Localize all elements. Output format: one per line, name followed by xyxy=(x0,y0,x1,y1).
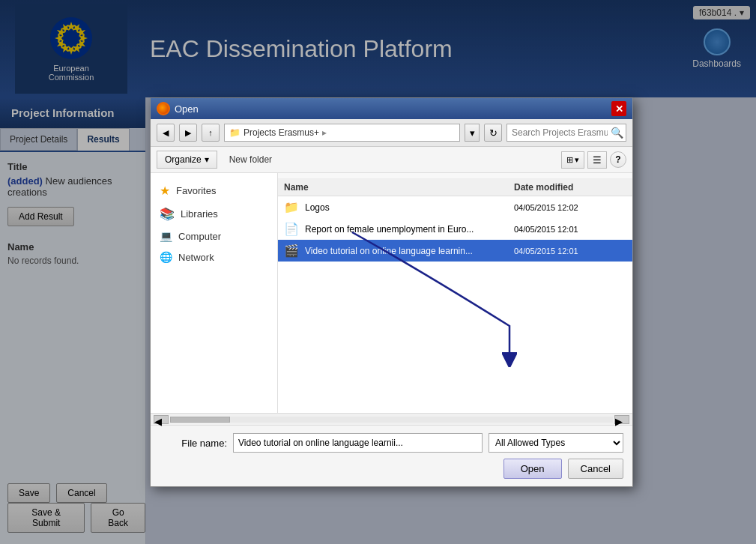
search-container: 🔍 xyxy=(506,124,626,142)
file-item-report[interactable]: 📄 Report on female unemployment in Euro.… xyxy=(278,218,632,240)
favorites-icon: ★ xyxy=(160,184,170,198)
up-button[interactable]: ↑ xyxy=(202,124,220,142)
details-view-button[interactable]: ☰ xyxy=(587,151,607,169)
dialog-bottom: File name: All Allowed Types Open Cancel xyxy=(151,425,632,486)
nav-network[interactable]: 🌐 Network xyxy=(151,247,277,268)
dialog-toolbar: Organize ▾ New folder ⊞ ▾ ☰ ? xyxy=(151,147,632,173)
search-icon: 🔍 xyxy=(611,127,623,139)
video-icon: 🎬 xyxy=(284,244,299,258)
address-dropdown-button[interactable]: ▾ xyxy=(465,124,480,142)
view-icon: ⊞ xyxy=(566,155,573,165)
filename-input[interactable] xyxy=(233,433,483,453)
filename-label: File name: xyxy=(160,438,227,449)
pdf-icon: 📄 xyxy=(284,222,299,236)
organize-dropdown-icon: ▾ xyxy=(205,154,209,165)
firefox-icon xyxy=(157,102,170,115)
scroll-left-btn[interactable]: ◀ xyxy=(154,415,169,424)
view-toggle-button[interactable]: ⊞ ▾ xyxy=(561,151,584,169)
file-browser: ★ Favorites 📚 Libraries 💻 Computer 🌐 Net… xyxy=(151,173,632,413)
network-icon: 🌐 xyxy=(160,251,172,263)
nav-panel: ★ Favorites 📚 Libraries 💻 Computer 🌐 Net… xyxy=(151,173,278,413)
address-bar: ◀ ▶ ↑ 📁 Projects Erasmus+ ▸ ▾ ↻ 🔍 xyxy=(151,119,632,147)
back-button[interactable]: ◀ xyxy=(157,124,175,142)
horizontal-scrollbar[interactable]: ◀ ▶ xyxy=(151,413,632,425)
dialog-action-row: Open Cancel xyxy=(160,459,623,479)
search-input[interactable] xyxy=(506,124,626,142)
scroll-right-btn[interactable]: ▶ xyxy=(614,415,629,424)
dialog-titlebar: Open ✕ xyxy=(151,98,632,119)
scroll-track xyxy=(170,417,613,423)
file-item-video[interactable]: 🎬 Video tutorial on online language lear… xyxy=(278,240,632,262)
scroll-hint xyxy=(278,173,632,179)
computer-icon: 💻 xyxy=(160,230,172,242)
cancel-dialog-button[interactable]: Cancel xyxy=(568,459,623,479)
file-list: Name Date modified 📁 Logos 04/05/2015 12… xyxy=(278,173,632,413)
nav-favorites[interactable]: ★ Favorites xyxy=(151,179,277,202)
file-open-dialog: Open ✕ ◀ ▶ ↑ 📁 Projects Erasmus+ ▸ ▾ ↻ 🔍… xyxy=(150,97,633,487)
file-list-header: Name Date modified xyxy=(278,179,632,196)
folder-icon: 📁 xyxy=(229,127,241,138)
filetype-select[interactable]: All Allowed Types xyxy=(489,433,623,453)
organize-button[interactable]: Organize ▾ xyxy=(157,151,217,169)
libraries-icon: 📚 xyxy=(160,207,175,221)
filename-row: File name: All Allowed Types xyxy=(160,433,623,453)
help-button[interactable]: ? xyxy=(610,151,626,168)
refresh-button[interactable]: ↻ xyxy=(484,124,502,142)
file-item-logos[interactable]: 📁 Logos 04/05/2015 12:02 xyxy=(278,196,632,218)
address-path[interactable]: 📁 Projects Erasmus+ ▸ xyxy=(224,124,460,142)
scroll-thumb[interactable] xyxy=(170,417,230,423)
dialog-title: Open xyxy=(157,102,199,115)
nav-libraries[interactable]: 📚 Libraries xyxy=(151,202,277,226)
nav-computer[interactable]: 💻 Computer xyxy=(151,226,277,247)
forward-button[interactable]: ▶ xyxy=(179,124,197,142)
dialog-close-button[interactable]: ✕ xyxy=(611,101,626,116)
open-button[interactable]: Open xyxy=(504,459,562,479)
view-dropdown-icon: ▾ xyxy=(575,155,579,165)
logos-icon: 📁 xyxy=(284,200,299,214)
new-folder-button[interactable]: New folder xyxy=(223,151,278,168)
